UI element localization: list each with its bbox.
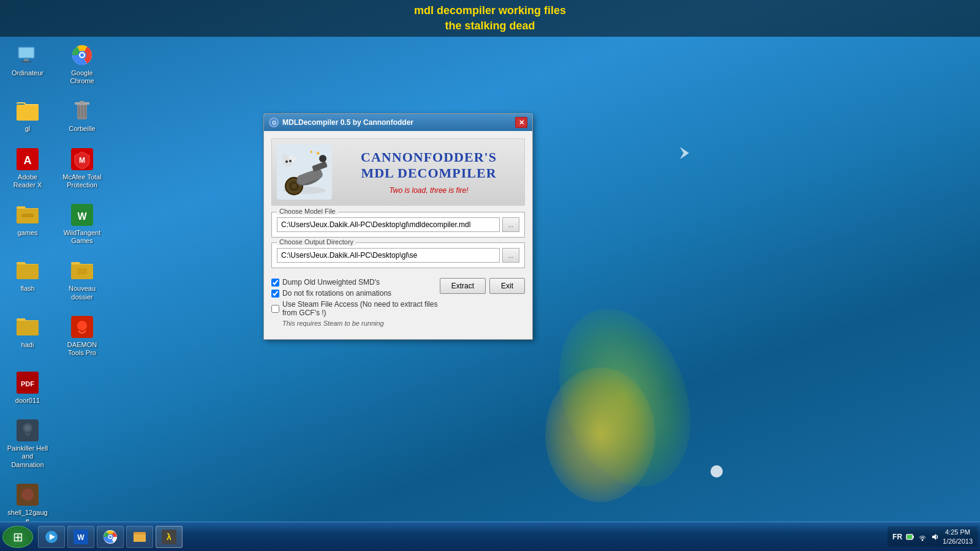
mdl-decompiler-dialog: ⚙ MDLDecompiler 0.5 by Cannonfodder ✕ bbox=[263, 113, 533, 340]
taskbar-item-halflife[interactable]: λ bbox=[156, 526, 183, 548]
fix-rotations-checkbox[interactable] bbox=[271, 290, 279, 298]
svg-text:✦: ✦ bbox=[315, 150, 320, 157]
svg-rect-22 bbox=[21, 214, 34, 217]
svg-text:λ: λ bbox=[167, 532, 172, 542]
svg-point-45 bbox=[292, 184, 296, 189]
taskbar-item-chrome[interactable] bbox=[97, 526, 124, 548]
desktop-icon-door011[interactable]: PDF door011 bbox=[3, 367, 52, 408]
svg-text:W: W bbox=[77, 211, 87, 222]
wildtangent-icon: W bbox=[70, 203, 94, 227]
banner-text: Cannonfodder's MDL Decompiler Two is loa… bbox=[338, 149, 519, 195]
desktop-icon-games[interactable]: games bbox=[3, 200, 52, 248]
word-icon: W bbox=[74, 530, 88, 544]
model-file-group: Choose Model File ... bbox=[271, 212, 525, 238]
ordinateur-icon bbox=[15, 43, 40, 67]
extract-button[interactable]: Extract bbox=[440, 278, 486, 294]
svg-rect-31 bbox=[17, 322, 39, 334]
dump-smd-label: Dump Old Unweighted SMD's bbox=[282, 278, 380, 287]
wildtangent-label: WildTangent Games bbox=[61, 229, 104, 245]
svg-point-54 bbox=[282, 154, 288, 160]
nouveau-folder-icon bbox=[70, 258, 94, 283]
daemon-icon bbox=[70, 315, 94, 339]
desktop-icon-gl[interactable]: gl bbox=[3, 96, 52, 136]
desktop-icon-ordinateur[interactable]: Ordinateur bbox=[3, 40, 52, 88]
output-dir-row: ... bbox=[277, 248, 519, 263]
banner-title-line2: MDL Decompiler bbox=[338, 165, 519, 181]
corbeille-label: Corbeille bbox=[69, 125, 95, 133]
daemon-label: DAEMON Tools Pro bbox=[61, 341, 104, 357]
model-file-label: Choose Model File bbox=[277, 208, 338, 215]
desktop-icon-mcafee[interactable]: M McAfee Total Protection bbox=[58, 144, 107, 192]
desktop-icon-nouveau[interactable]: Nouveau dossier bbox=[58, 255, 107, 304]
desktop-icon-flash[interactable]: flash bbox=[3, 255, 52, 304]
checkbox-row-2: Do not fix rotations on animations bbox=[271, 289, 440, 298]
svg-text:✦: ✦ bbox=[309, 149, 314, 155]
output-dir-group: Choose Output Directory ... bbox=[271, 242, 525, 268]
svg-point-7 bbox=[80, 53, 84, 57]
explorer-icon bbox=[132, 530, 147, 544]
checkbox-row-3: Use Steam File Access (No need to extrac… bbox=[271, 300, 440, 317]
output-dir-label: Choose Output Directory bbox=[277, 238, 356, 246]
desktop-icon-corbeille[interactable]: Corbeille bbox=[58, 96, 107, 136]
start-button[interactable]: ⊞ bbox=[2, 526, 33, 548]
desktop-icon-hadi[interactable]: hadi bbox=[3, 312, 52, 360]
dialog-close-button[interactable]: ✕ bbox=[515, 117, 527, 128]
svg-point-33 bbox=[77, 321, 87, 331]
svg-point-40 bbox=[21, 489, 34, 501]
battery-icon bbox=[906, 533, 914, 541]
top-bar: mdl decompiler working files the stalkin… bbox=[0, 0, 980, 37]
svg-rect-26 bbox=[17, 266, 39, 278]
chrome-label: Google Chrome bbox=[61, 69, 104, 85]
model-file-browse-button[interactable]: ... bbox=[502, 217, 519, 232]
mascot-svg: ✦ ✦ bbox=[279, 146, 331, 198]
desktop-icon-chrome[interactable]: Google Chrome bbox=[58, 40, 107, 88]
desktop-icon-adobe[interactable]: A Adobe Reader X bbox=[3, 144, 52, 192]
output-dir-browse-button[interactable]: ... bbox=[502, 248, 519, 263]
lang-indicator: FR bbox=[892, 533, 902, 541]
taskbar: ⊞ W bbox=[0, 522, 980, 551]
exit-button[interactable]: Exit bbox=[489, 278, 525, 294]
steam-access-checkbox[interactable] bbox=[271, 305, 279, 313]
mcafee-label: McAfee Total Protection bbox=[61, 173, 104, 189]
svg-text:PDF: PDF bbox=[21, 380, 34, 388]
clock: 4:25 PM 1/26/2013 bbox=[943, 528, 973, 545]
svg-text:M: M bbox=[79, 156, 85, 165]
games-folder-icon bbox=[15, 203, 40, 227]
dialog-title-left: ⚙ MDLDecompiler 0.5 by Cannonfodder bbox=[269, 118, 413, 127]
svg-rect-71 bbox=[913, 536, 914, 538]
dialog-title-text: MDLDecompiler 0.5 by Cannonfodder bbox=[282, 118, 413, 127]
door011-label: door011 bbox=[15, 397, 40, 405]
wifi-icon bbox=[918, 533, 927, 541]
desktop-icon-painkiller[interactable]: Painkiller Hell and Damnation bbox=[3, 415, 52, 472]
hadi-folder-icon bbox=[15, 315, 40, 339]
taskbar-item-media-player[interactable] bbox=[38, 526, 65, 548]
desktop: mdl decompiler working files the stalkin… bbox=[0, 0, 980, 551]
svg-rect-1 bbox=[19, 48, 34, 58]
desktop-icon-wildtangent[interactable]: W WildTangent Games bbox=[58, 200, 107, 248]
banner-mascot: ✦ ✦ bbox=[277, 144, 332, 200]
shell-icon bbox=[15, 482, 40, 507]
dialog-body: ✦ ✦ Cannonfodder's MDL Decompiler Two bbox=[264, 131, 532, 339]
taskbar-item-word[interactable]: W bbox=[67, 526, 94, 548]
buttons-row: Extract Exit bbox=[440, 278, 525, 294]
svg-rect-72 bbox=[907, 535, 912, 539]
dialog-app-icon: ⚙ bbox=[269, 118, 279, 127]
chrome-taskbar-icon bbox=[103, 530, 118, 544]
output-dir-input[interactable] bbox=[277, 248, 500, 263]
desktop-icon-daemon[interactable]: DAEMON Tools Pro bbox=[58, 312, 107, 360]
volume-icon bbox=[930, 533, 939, 541]
banner-title-line1: Cannonfodder's bbox=[338, 149, 519, 165]
decorative-swirl-white bbox=[710, 465, 723, 478]
halflife-icon: λ bbox=[162, 530, 176, 544]
svg-rect-9 bbox=[17, 106, 39, 119]
svg-point-38 bbox=[24, 425, 31, 431]
start-icon: ⊞ bbox=[13, 530, 23, 544]
chrome-icon bbox=[70, 43, 94, 67]
dump-smd-checkbox[interactable] bbox=[271, 279, 279, 287]
model-file-input[interactable] bbox=[277, 217, 500, 232]
desktop-icon-shell[interactable]: shell_12gauge bbox=[3, 479, 52, 528]
svg-text:A: A bbox=[24, 154, 32, 167]
model-file-row: ... bbox=[277, 217, 519, 232]
taskbar-item-explorer[interactable] bbox=[126, 526, 153, 548]
hadi-label: hadi bbox=[21, 341, 34, 349]
